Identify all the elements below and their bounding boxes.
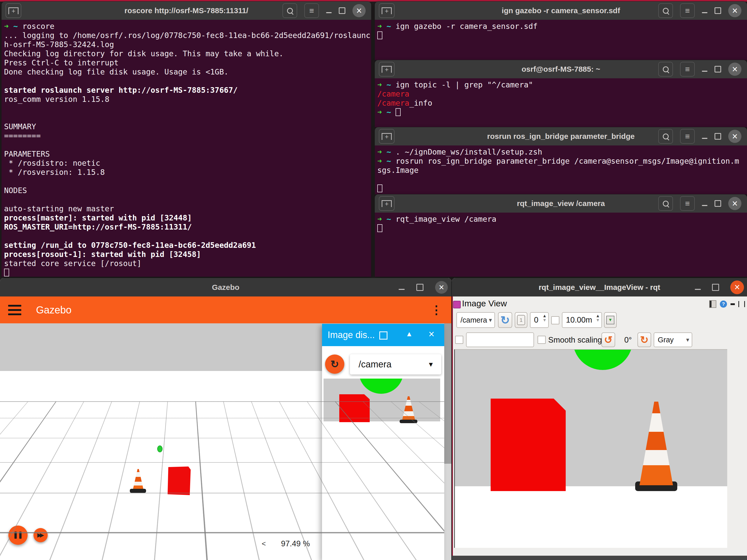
maximize-button[interactable]: [712, 284, 719, 291]
panel-collapse-button[interactable]: ▲: [406, 330, 413, 338]
image-display-titlebar[interactable]: Image dis... ▲ ×: [322, 324, 444, 346]
hamburger-menu-button[interactable]: [8, 305, 21, 315]
gazebo-window: Gazebo × Gazebo ⋮ ▶▶ < 97.49 % Image dis…: [0, 278, 452, 560]
screenshot-button[interactable]: ▼: [604, 312, 617, 328]
topic-select[interactable]: /camera ▼: [350, 354, 441, 375]
menu-button[interactable]: ≡: [680, 3, 695, 18]
save-image-icon: 1: [517, 315, 525, 325]
menu-button[interactable]: ≡: [304, 3, 319, 18]
help-icon[interactable]: ?: [720, 300, 727, 308]
menu-button[interactable]: ≡: [680, 129, 695, 144]
minimize-button[interactable]: [398, 289, 405, 290]
terminal-line: setting /run_id to 0778c750-fec8-11ea-bc…: [4, 241, 371, 250]
close-button[interactable]: ×: [353, 4, 366, 17]
close-button[interactable]: ×: [730, 281, 744, 294]
close-button[interactable]: ×: [728, 4, 741, 17]
red-box-model[interactable]: [168, 466, 191, 495]
terminal-line: [4, 177, 371, 186]
new-tab-button[interactable]: [379, 196, 394, 211]
terminal-line: started roslaunch server http://osrf-MS-…: [4, 86, 371, 95]
rqt-titlebar[interactable]: rqt_image_view__ImageView - rqt ×: [452, 278, 747, 296]
new-tab-button[interactable]: [379, 3, 394, 18]
rotate-right-button[interactable]: ↻: [638, 332, 651, 347]
new-tab-icon: [382, 66, 392, 73]
terminal-line: ➜ ~ . ~/ignDome_ws/install/setup.zsh: [377, 148, 747, 157]
click-topic-input[interactable]: [466, 332, 534, 347]
minimize-button[interactable]: [695, 289, 701, 290]
window-edge: [452, 296, 453, 560]
terminal-output[interactable]: ➜ ~ . ~/ignDome_ws/install/setup.zsh➜ ~ …: [375, 145, 747, 193]
gridlines-spinbox[interactable]: 0 ▲▼: [530, 312, 549, 328]
smooth-scaling-checkbox[interactable]: [538, 336, 546, 344]
menu-button[interactable]: ≡: [680, 196, 695, 211]
pause-button[interactable]: [8, 526, 28, 545]
menu-icon: ≡: [685, 6, 690, 16]
terminal-titlebar[interactable]: ign gazebo -r camera_sensor.sdf ≡ ×: [375, 2, 747, 20]
maximize-button[interactable]: [339, 7, 345, 14]
scrollbar-thumb[interactable]: [444, 323, 452, 464]
terminal-titlebar[interactable]: rqt_image_view /camera ≡ ×: [375, 194, 747, 213]
maximize-button[interactable]: [416, 284, 423, 291]
search-button[interactable]: [282, 3, 297, 18]
menu-icon: ≡: [685, 132, 690, 141]
step-button[interactable]: ▶▶: [33, 528, 48, 542]
terminal-output[interactable]: ➜ ~ roscore... logging to /home/osrf/.ro…: [2, 20, 371, 277]
kebab-menu-button[interactable]: ⋮: [431, 303, 442, 317]
gazebo-appbar: Gazebo ⋮: [0, 296, 452, 323]
search-button[interactable]: [658, 3, 673, 18]
save-image-button[interactable]: 1: [515, 312, 527, 328]
color-scheme-select[interactable]: Gray ▾: [654, 332, 692, 347]
menu-button[interactable]: ≡: [680, 62, 695, 77]
close-button[interactable]: ×: [435, 281, 448, 294]
dock-float-icon[interactable]: [709, 300, 716, 308]
minimize-button[interactable]: [702, 205, 707, 206]
publish-click-checkbox[interactable]: [455, 336, 463, 344]
rotate-left-icon: ↺: [604, 334, 613, 346]
new-tab-button[interactable]: [6, 3, 21, 18]
spin-down-icon[interactable]: ▼: [542, 318, 547, 322]
rotate-left-button[interactable]: ↺: [601, 332, 615, 347]
panel-float-button[interactable]: [379, 331, 387, 340]
chevron-down-icon: ▾: [686, 336, 689, 343]
terminal-line: [377, 224, 747, 233]
minimize-button[interactable]: [702, 71, 707, 72]
close-button[interactable]: ×: [728, 62, 741, 76]
new-tab-button[interactable]: [379, 62, 394, 77]
search-button[interactable]: [658, 62, 673, 77]
close-button[interactable]: ×: [728, 130, 741, 143]
terminal-output[interactable]: ➜ ~ rqt_image_view /camera: [375, 213, 747, 233]
search-button[interactable]: [658, 129, 673, 144]
refresh-topics-button[interactable]: ↻: [498, 312, 512, 328]
terminal-titlebar[interactable]: rosrun ros_ign_bridge parameter_bridge ≡…: [375, 127, 747, 145]
panel-scrollbar[interactable]: [444, 323, 452, 560]
panel-close-button[interactable]: ×: [429, 328, 434, 340]
terminal-output[interactable]: ➜ ~ ign gazebo -r camera_sensor.sdf: [375, 20, 747, 40]
terminal-output[interactable]: ➜ ~ ign topic -l | grep "^/camera"/camer…: [375, 78, 747, 117]
close-button[interactable]: ×: [728, 197, 741, 210]
maximize-button[interactable]: [715, 66, 721, 73]
terminal-line: [4, 77, 371, 86]
gazebo-titlebar[interactable]: Gazebo ×: [0, 278, 452, 296]
spin-up-icon[interactable]: ▲: [542, 314, 547, 318]
rotate-right-icon: ↻: [640, 334, 649, 346]
dock-minimize-icon[interactable]: [730, 303, 735, 305]
screenshot-icon: ▼: [606, 316, 614, 324]
spin-up-icon[interactable]: ▲: [596, 314, 600, 318]
dock-detach-icon[interactable]: [738, 301, 745, 307]
new-tab-button[interactable]: [379, 129, 394, 144]
topic-refresh-button[interactable]: ↻: [325, 354, 344, 374]
maximize-button[interactable]: [715, 200, 721, 207]
minimize-button[interactable]: [702, 12, 707, 13]
minimize-button[interactable]: [702, 138, 707, 139]
terminal-titlebar[interactable]: roscore http://osrf-MS-7885:11311/ ≡ ×: [2, 2, 371, 20]
chevron-left-icon[interactable]: <: [262, 540, 266, 548]
max-range-spinbox[interactable]: 10.00m ▲▼: [562, 312, 602, 328]
dynamic-range-checkbox[interactable]: [551, 316, 559, 324]
spin-down-icon[interactable]: ▼: [596, 318, 600, 322]
maximize-button[interactable]: [715, 7, 721, 14]
maximize-button[interactable]: [715, 133, 721, 140]
terminal-titlebar[interactable]: osrf@osrf-MS-7885: ~ ≡ ×: [375, 60, 747, 78]
search-button[interactable]: [658, 196, 673, 211]
topic-select[interactable]: /camera ▾: [457, 312, 495, 328]
minimize-button[interactable]: [326, 12, 332, 13]
